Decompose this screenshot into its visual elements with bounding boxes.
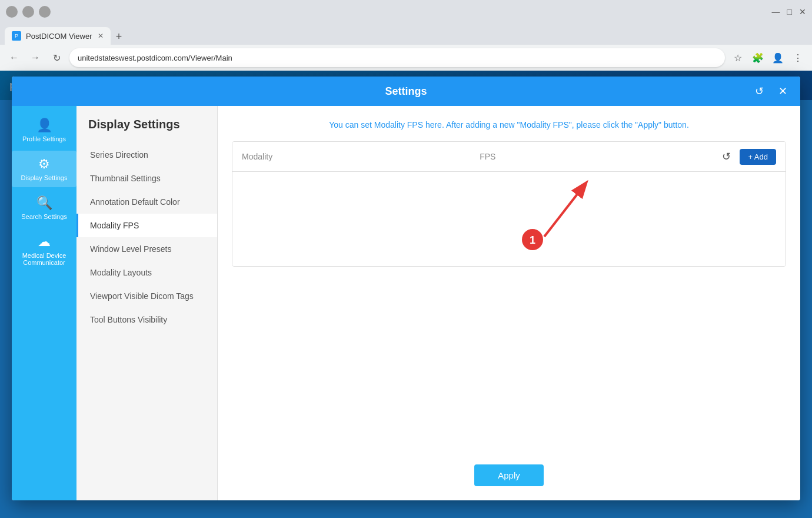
nav-item-series-direction[interactable]: Series Direction xyxy=(76,143,217,167)
browser-forward-btn[interactable] xyxy=(22,6,34,18)
add-button[interactable]: + Add xyxy=(740,149,776,165)
tab-favicon: P xyxy=(12,31,21,41)
nav-item-viewport-visible-dicom-tags[interactable]: Viewport Visible Dicom Tags xyxy=(76,284,217,308)
modality-fps-table: Modality FPS ↺ + Add xyxy=(232,141,786,267)
toolbar-icons: ☆ 🧩 👤 ⋮ xyxy=(730,49,806,66)
modal-header: Settings ↺ ✕ xyxy=(12,77,800,106)
table-col-fps: FPS xyxy=(480,152,717,161)
forward-button[interactable]: → xyxy=(27,49,44,66)
sidebar-item-label-display: Display Settings xyxy=(21,174,68,181)
sidebar-item-search-settings[interactable]: 🔍 Search Settings xyxy=(12,190,76,226)
modal-header-actions: ↺ ✕ xyxy=(751,83,791,99)
svg-line-1 xyxy=(544,184,585,237)
nav-panel: Display Settings Series Direction Thumbn… xyxy=(76,106,218,500)
tab-close-btn[interactable]: ✕ xyxy=(98,32,104,40)
sidebar-item-medical-device[interactable]: ☁ Medical Device Communicator xyxy=(12,228,76,272)
sidebar: 👤 Profile Settings ⚙ Display Settings 🔍 … xyxy=(12,106,76,500)
modal-close-button[interactable]: ✕ xyxy=(774,83,791,99)
arrow-annotation: 1 xyxy=(497,178,615,248)
table-header: Modality FPS ↺ + Add xyxy=(232,142,786,172)
nav-item-window-level-presets[interactable]: Window Level Presets xyxy=(76,237,217,261)
table-reset-button[interactable]: ↺ xyxy=(717,148,735,165)
modal-overlay: Settings ↺ ✕ 👤 Profile Settings ⚙ Displa xyxy=(0,71,812,518)
sidebar-item-label-search: Search Settings xyxy=(21,213,67,220)
back-button[interactable]: ← xyxy=(6,49,22,66)
reload-button[interactable]: ↻ xyxy=(48,49,65,66)
nav-panel-title: Display Settings xyxy=(76,118,217,143)
browser-maximize-btn[interactable] xyxy=(39,6,51,18)
medical-device-icon: ☁ xyxy=(38,234,51,250)
browser-chrome: — □ ✕ P PostDICOM Viewer ✕ + ← → ↻ ☆ 🧩 👤… xyxy=(0,0,812,71)
modal-reset-button[interactable]: ↺ xyxy=(751,83,767,99)
sidebar-item-label-medical: Medical Device Communicator xyxy=(15,252,73,266)
new-tab-button[interactable]: + xyxy=(111,28,127,45)
display-settings-icon: ⚙ xyxy=(38,157,50,172)
menu-icon[interactable]: ⋮ xyxy=(790,49,806,66)
modal-title: Settings xyxy=(385,85,427,98)
svg-point-2 xyxy=(522,229,543,250)
address-input[interactable] xyxy=(69,48,725,67)
nav-item-tool-buttons-visibility[interactable]: Tool Buttons Visibility xyxy=(76,308,217,331)
bookmark-icon[interactable]: ☆ xyxy=(730,49,746,66)
nav-item-annotation-default-color[interactable]: Annotation Default Color xyxy=(76,190,217,214)
settings-modal: Settings ↺ ✕ 👤 Profile Settings ⚙ Displa xyxy=(12,77,800,500)
active-tab[interactable]: P PostDICOM Viewer ✕ xyxy=(5,27,111,45)
tab-title: PostDICOM Viewer xyxy=(26,32,92,41)
minimize-button[interactable]: — xyxy=(772,7,780,16)
extensions-icon[interactable]: 🧩 xyxy=(750,49,766,66)
table-col-modality: Modality xyxy=(242,152,480,161)
app-area: postDICOM Settings ↺ ✕ 👤 Profile Setting… xyxy=(0,71,812,518)
table-header-actions: ↺ + Add xyxy=(717,148,776,165)
nav-item-modality-fps[interactable]: Modality FPS xyxy=(76,214,217,237)
sidebar-item-profile-settings[interactable]: 👤 Profile Settings xyxy=(12,112,76,148)
profile-icon[interactable]: 👤 xyxy=(770,49,786,66)
sidebar-item-label-profile: Profile Settings xyxy=(22,135,66,142)
apply-section: Apply xyxy=(232,453,786,486)
maximize-button[interactable]: □ xyxy=(787,7,792,16)
window-controls: — □ ✕ xyxy=(772,7,806,16)
sidebar-item-display-settings[interactable]: ⚙ Display Settings xyxy=(12,151,76,187)
browser-titlebar: — □ ✕ xyxy=(0,0,812,24)
close-button[interactable]: ✕ xyxy=(799,7,806,16)
main-content-area: You can set Modality FPS here. After add… xyxy=(218,106,800,500)
browser-back-btn[interactable] xyxy=(6,6,18,18)
info-text: You can set Modality FPS here. After add… xyxy=(232,120,786,130)
table-body: 1 xyxy=(232,172,786,266)
address-bar-row: ← → ↻ ☆ 🧩 👤 ⋮ xyxy=(0,45,812,71)
tab-bar: P PostDICOM Viewer ✕ + xyxy=(0,24,812,45)
content-area: Display Settings Series Direction Thumbn… xyxy=(76,106,800,500)
search-settings-icon: 🔍 xyxy=(36,195,52,211)
nav-item-modality-layouts[interactable]: Modality Layouts xyxy=(76,261,217,284)
modal-body: 👤 Profile Settings ⚙ Display Settings 🔍 … xyxy=(12,106,800,500)
apply-button[interactable]: Apply xyxy=(474,464,544,486)
profile-settings-icon: 👤 xyxy=(36,118,52,133)
svg-text:1: 1 xyxy=(530,234,535,246)
nav-item-thumbnail-settings[interactable]: Thumbnail Settings xyxy=(76,167,217,190)
